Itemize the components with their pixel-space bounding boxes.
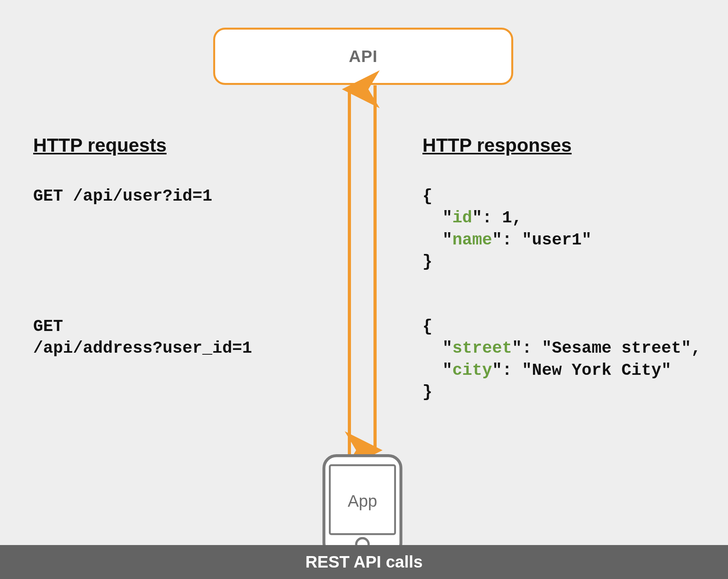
request-method: GET <box>33 187 63 206</box>
json-value: Sesame street <box>552 339 681 358</box>
requests-heading: HTTP requests <box>33 134 167 156</box>
json-value: 1 <box>502 209 512 227</box>
response-1: { "id": 1, "name": "user1" } <box>422 186 592 273</box>
json-value: New York City <box>532 361 661 380</box>
request-1: GET /api/user?id=1 <box>33 186 212 207</box>
diagram-caption: REST API calls <box>0 545 728 579</box>
responses-heading: HTTP responses <box>422 134 572 156</box>
json-key: name <box>452 231 492 250</box>
request-path: /api/address?user_id=1 <box>33 339 252 358</box>
json-value: user1 <box>532 231 582 250</box>
json-key: id <box>452 209 472 227</box>
json-key: city <box>452 361 492 380</box>
api-server-node: API <box>213 28 513 85</box>
app-client-node: App <box>319 454 405 553</box>
request-2: GET /api/address?user_id=1 <box>33 316 252 360</box>
diagram-caption-text: REST API calls <box>305 553 422 571</box>
api-server-label: API <box>349 47 377 66</box>
request-method: GET <box>33 317 63 336</box>
request-path: /api/user?id=1 <box>73 187 212 206</box>
json-key: street <box>452 339 512 358</box>
response-2: { "street": "Sesame street", "city": "Ne… <box>422 316 701 404</box>
app-client-label: App <box>319 492 405 511</box>
diagram-canvas: API App HTTP requests HTTP responses GET… <box>0 0 728 579</box>
